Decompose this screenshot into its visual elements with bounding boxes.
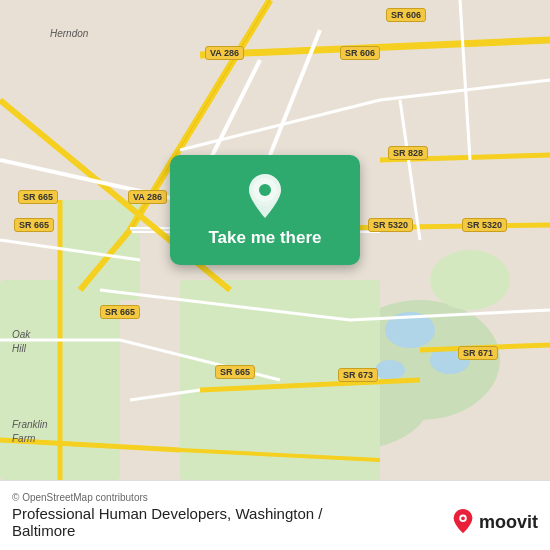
road-label-sr828: SR 828 bbox=[388, 146, 428, 160]
bottom-bar: © OpenStreetMap contributors Professiona… bbox=[0, 480, 550, 550]
area-label-herndon: Herndon bbox=[50, 28, 88, 39]
road-label-sr665-2: SR 665 bbox=[100, 305, 140, 319]
svg-point-2 bbox=[430, 250, 510, 310]
road-label-va286-1: VA 286 bbox=[205, 46, 244, 60]
area-label-oakhill: OakHill bbox=[12, 328, 30, 356]
moovit-logo: moovit bbox=[451, 508, 538, 536]
location-name: Professional Human Developers, Washingto… bbox=[12, 505, 322, 522]
bottom-info-row: Professional Human Developers, Washingto… bbox=[12, 505, 538, 539]
road-label-sr606-1: SR 606 bbox=[386, 8, 426, 22]
road-label-sr5320-2: SR 5320 bbox=[462, 218, 507, 232]
svg-point-10 bbox=[375, 360, 405, 380]
location-pin-icon bbox=[245, 172, 285, 222]
road-label-sr671: SR 671 bbox=[458, 346, 498, 360]
road-label-sr606-2: SR 606 bbox=[340, 46, 380, 60]
moovit-pin-icon bbox=[451, 508, 475, 536]
road-label-sr673: SR 673 bbox=[338, 368, 378, 382]
svg-point-42 bbox=[461, 516, 465, 520]
location-details: Professional Human Developers, Washingto… bbox=[12, 505, 322, 539]
area-label-franklinfarm: FranklinFarm bbox=[12, 418, 48, 446]
road-label-sr5320-1: SR 5320 bbox=[368, 218, 413, 232]
location-sub: Baltimore bbox=[12, 522, 322, 539]
road-label-sr665-3: SR 665 bbox=[215, 365, 255, 379]
road-label-sr665-4: SR 665 bbox=[14, 218, 54, 232]
take-me-there-button[interactable]: Take me there bbox=[208, 228, 321, 248]
svg-point-40 bbox=[259, 184, 271, 196]
map-view: SR 606 VA 286 SR 606 SR 828 VA 286 SR 66… bbox=[0, 0, 550, 480]
moovit-brand-name: moovit bbox=[479, 512, 538, 533]
map-attribution: © OpenStreetMap contributors bbox=[12, 492, 538, 503]
action-card[interactable]: Take me there bbox=[170, 155, 360, 265]
road-label-va286-2: VA 286 bbox=[128, 190, 167, 204]
road-label-sr665-1: SR 665 bbox=[18, 190, 58, 204]
svg-line-17 bbox=[330, 225, 550, 228]
